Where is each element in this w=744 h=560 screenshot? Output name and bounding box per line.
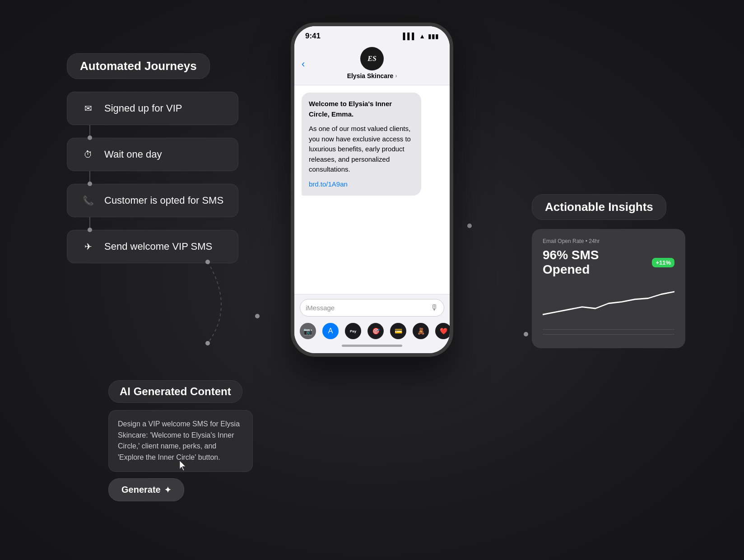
target-icon: 🎯 [372, 327, 380, 335]
contact-avatar: ES [360, 47, 384, 70]
status-icons: ▌▌▌ ▲ ▮▮▮ [403, 33, 439, 40]
sparkle-icon: ✦ [164, 485, 171, 495]
app-icons-row: 📷 A Pay 🎯 💳 [300, 321, 444, 341]
mastercard-icon-glyph: 💳 [395, 327, 402, 335]
heart-glyph: ❤️ [440, 327, 447, 335]
journey-item-label-wait: Wait one day [104, 149, 162, 160]
imessage-input[interactable]: iMessage 🎙 [300, 299, 444, 317]
journey-item-label-send: Send welcome VIP SMS [104, 241, 212, 252]
battery-icon: ▮▮▮ [428, 33, 439, 40]
generate-button[interactable]: Generate ✦ [108, 478, 184, 501]
cursor [178, 459, 187, 474]
insights-metric-value: 96% SMS Opened [543, 248, 646, 277]
status-bar: 9:41 ▌▌▌ ▲ ▮▮▮ [294, 26, 450, 43]
imessage-header: ‹ ES Elysia Skincare › [294, 43, 450, 85]
message-area: Welcome to Elysia's Inner Circle, Emma. … [294, 85, 450, 294]
phone-frame: 9:41 ▌▌▌ ▲ ▮▮▮ ‹ ES Elysia Skincare [291, 23, 453, 357]
svg-point-1 [205, 341, 210, 345]
apple-pay-label: Pay [350, 329, 356, 333]
actionable-insights-panel: Actionable Insights Email Open Rate • 24… [532, 194, 685, 348]
contact-name[interactable]: Elysia Skincare › [347, 72, 397, 79]
generate-label: Generate [121, 485, 161, 495]
insights-card: Email Open Rate • 24hr 96% SMS Opened +1… [532, 229, 685, 348]
status-time: 9:41 [305, 32, 321, 41]
phone-icon: 📞 [80, 192, 96, 209]
contact-initials: ES [367, 55, 377, 63]
sticker-icon[interactable]: 🧸 [413, 323, 429, 339]
chart-svg [543, 284, 674, 325]
journey-item-signed-up: ✉ Signed up for VIP [67, 92, 238, 125]
insights-label: Email Open Rate • 24hr [543, 238, 674, 244]
journey-item-opted: 📞 Customer is opted for SMS [67, 184, 238, 217]
imessage-placeholder: iMessage [306, 304, 430, 312]
journey-connector-1 [89, 125, 90, 138]
audio-icon: 🎙 [430, 303, 438, 313]
camera-app-icon[interactable]: 📷 [300, 323, 316, 339]
clock-icon: ⏱ [80, 146, 96, 163]
email-icon: ✉ [80, 100, 96, 117]
actionable-insights-title: Actionable Insights [532, 194, 666, 220]
app-store-icon: A [328, 327, 333, 335]
journey-connector-3 [89, 217, 90, 230]
applepay-icon[interactable]: Pay [345, 323, 361, 339]
svg-point-4 [255, 314, 260, 318]
camera-icon: 📷 [303, 327, 312, 336]
back-button[interactable]: ‹ [302, 58, 305, 70]
journey-items-list: ✉ Signed up for VIP ⏱ Wait one day 📞 Cus… [67, 92, 238, 263]
appstore-icon[interactable]: A [322, 323, 339, 339]
chevron-right-icon: › [395, 73, 397, 79]
automated-journeys-title: Automated Journeys [67, 53, 210, 79]
cursor-svg [178, 459, 187, 472]
ai-generated-panel: AI Generated Content Design a VIP welcom… [108, 380, 253, 501]
svg-point-2 [467, 224, 472, 228]
insights-badge: +11% [652, 258, 674, 267]
ai-generated-title: AI Generated Content [108, 380, 242, 403]
insights-metric-row: 96% SMS Opened +11% [543, 248, 674, 277]
send-icon: ✈ [80, 238, 96, 255]
journey-item-label-opted: Customer is opted for SMS [104, 195, 223, 206]
circle-icon-1[interactable]: 🎯 [367, 323, 384, 339]
mastercard-icon[interactable]: 💳 [390, 323, 406, 339]
heart-icon[interactable]: ❤️ [435, 323, 450, 339]
journey-item-label-signed-up: Signed up for VIP [104, 103, 182, 114]
journey-connector-2 [89, 171, 90, 184]
svg-point-3 [524, 332, 528, 336]
phone-screen: 9:41 ▌▌▌ ▲ ▮▮▮ ‹ ES Elysia Skincare [294, 26, 450, 353]
insights-chart [543, 284, 674, 325]
journey-item-wait: ⏱ Wait one day [67, 138, 238, 171]
sticker-glyph: 🧸 [417, 327, 425, 335]
phone-mockup: 9:41 ▌▌▌ ▲ ▮▮▮ ‹ ES Elysia Skincare [291, 23, 453, 357]
signal-icon: ▌▌▌ [403, 33, 416, 40]
ai-prompt-text: Design a VIP welcome SMS for Elysia Skin… [118, 420, 240, 461]
phone-bottom: iMessage 🎙 📷 A Pay [294, 294, 450, 353]
scene: Automated Journeys ✉ Signed up for VIP ⏱… [0, 0, 744, 560]
chart-divider-2 [543, 334, 674, 335]
wifi-icon: ▲ [419, 33, 425, 40]
automated-journeys-panel: Automated Journeys ✉ Signed up for VIP ⏱… [67, 53, 238, 263]
chart-divider-1 [543, 329, 674, 330]
message-bubble: Welcome to Elysia's Inner Circle, Emma. … [302, 93, 421, 196]
journey-item-send-sms: ✈ Send welcome VIP SMS [67, 230, 238, 263]
home-indicator [342, 345, 402, 347]
